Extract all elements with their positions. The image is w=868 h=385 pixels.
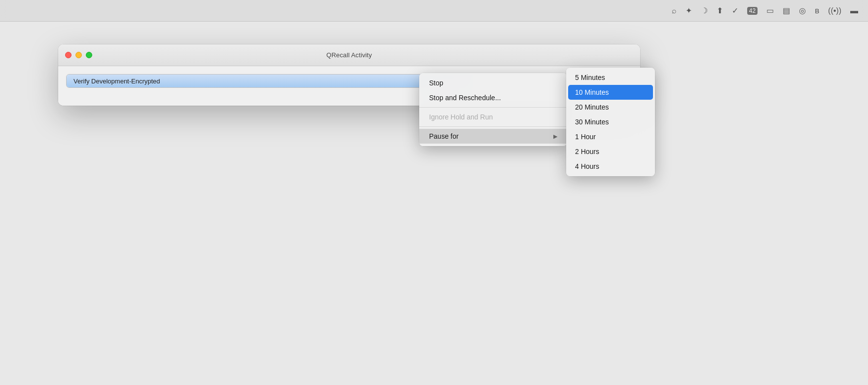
submenu-pause-for: 5 Minutes 10 Minutes 20 Minutes 30 Minut… [566, 68, 655, 176]
headphones-icon[interactable]: ◎ [799, 6, 806, 15]
screentime-icon[interactable]: ⬆ [717, 6, 723, 15]
wifi-icon[interactable]: ((•)) [828, 6, 841, 15]
bluetooth-icon[interactable]: ʙ [815, 6, 819, 15]
search-icon[interactable]: ⌕ [672, 6, 677, 15]
menu-item-stop-label: Stop [429, 79, 443, 87]
submenu-item-10min[interactable]: 10 Minutes [568, 85, 653, 100]
submenu-item-4hours[interactable]: 4 Hours [566, 159, 655, 174]
display-icon[interactable]: ▤ [783, 6, 790, 15]
dropbox-icon[interactable]: ✦ [686, 6, 692, 15]
window-title: QRecall Activity [326, 51, 372, 59]
menu-separator-2 [419, 126, 567, 127]
moon-icon[interactable]: ☽ [701, 6, 708, 15]
menu-item-ignore-hold: Ignore Hold and Run [419, 110, 567, 124]
battery-icon[interactable]: ▬ [850, 6, 858, 15]
window-controls [65, 52, 92, 58]
progress-label: Verify Development-Encrypted [73, 77, 160, 85]
submenu-item-20min[interactable]: 20 Minutes [566, 100, 655, 115]
check-icon[interactable]: ✓ [732, 6, 738, 15]
menu-item-stop[interactable]: Stop [419, 76, 567, 90]
menu-item-ignore-hold-label: Ignore Hold and Run [429, 113, 493, 121]
submenu-item-1hour[interactable]: 1 Hour [566, 129, 655, 144]
menu-item-stop-reschedule-label: Stop and Reschedule... [429, 94, 501, 102]
submenu-item-30min[interactable]: 30 Minutes [566, 115, 655, 129]
menu-separator-1 [419, 107, 567, 108]
menu-item-stop-reschedule[interactable]: Stop and Reschedule... [419, 90, 567, 105]
maximize-button[interactable] [86, 52, 92, 58]
submenu-arrow-icon: ▶ [553, 133, 557, 140]
submenu-item-5min[interactable]: 5 Minutes [566, 70, 655, 85]
context-menu: Stop Stop and Reschedule... Ignore Hold … [419, 73, 567, 146]
menu-item-pause-for-label: Pause for [429, 132, 459, 140]
submenu-item-2hours[interactable]: 2 Hours [566, 144, 655, 159]
airplay-icon[interactable]: ▭ [766, 6, 774, 15]
menu-item-pause-for[interactable]: Pause for ▶ [419, 129, 567, 144]
badge-42-icon[interactable]: 42 [747, 7, 758, 15]
window-titlebar: QRecall Activity [58, 44, 640, 66]
minimize-button[interactable] [75, 52, 82, 58]
menubar: ⌕ ✦ ☽ ⬆ ✓ 42 ▭ ▤ ◎ ʙ ((•)) ▬ [0, 0, 868, 22]
close-button[interactable] [65, 52, 72, 58]
